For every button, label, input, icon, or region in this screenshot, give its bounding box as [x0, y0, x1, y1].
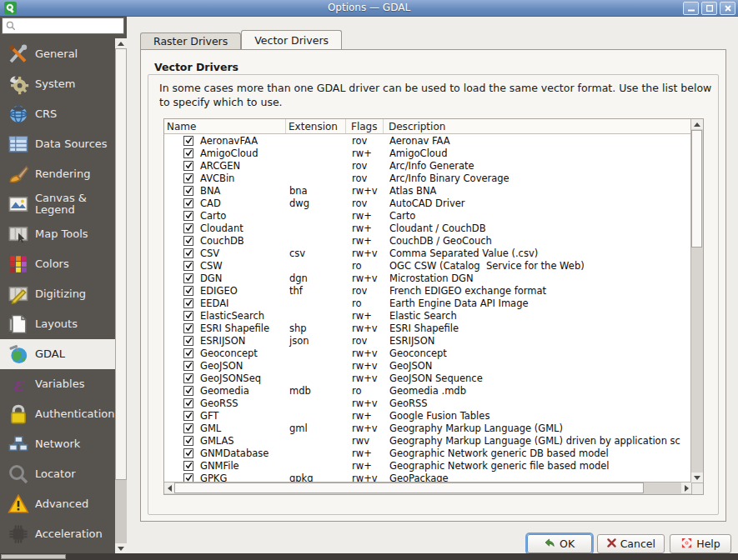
sidebar-item-acceleration[interactable]: Acceleration: [0, 519, 115, 549]
sidebar-item-digitizing[interactable]: Digitizing: [0, 279, 115, 309]
row-checkbox[interactable]: [183, 386, 193, 396]
sidebar-search-box[interactable]: [2, 18, 124, 34]
table-header-name[interactable]: Name: [164, 119, 286, 133]
table-header-description[interactable]: Description: [384, 119, 691, 133]
row-checkbox[interactable]: [183, 211, 193, 221]
tab-raster-drivers[interactable]: Raster Drivers: [140, 32, 241, 49]
minimize-button[interactable]: [683, 2, 699, 15]
sidebar-item-canvas-legend[interactable]: Canvas & Legend: [0, 189, 115, 219]
row-checkbox[interactable]: [183, 448, 193, 458]
row-checkbox[interactable]: [183, 273, 193, 283]
row-checkbox[interactable]: [183, 398, 193, 408]
maximize-button[interactable]: [701, 2, 717, 15]
row-checkbox[interactable]: [183, 248, 193, 258]
row-checkbox[interactable]: [183, 198, 193, 208]
scroll-up-button[interactable]: [691, 119, 703, 129]
scrollbar-thumb[interactable]: [115, 48, 127, 480]
scroll-left-button[interactable]: [164, 482, 174, 493]
row-checkbox[interactable]: [183, 348, 193, 358]
checkmark-icon: [185, 272, 193, 284]
sidebar-item-network[interactable]: Network: [0, 429, 115, 459]
table-row[interactable]: GML gml rw+v Geography Markup Language (…: [164, 422, 691, 434]
sidebar-item-general[interactable]: General: [0, 39, 115, 69]
row-checkbox[interactable]: [183, 161, 193, 171]
row-checkbox[interactable]: [183, 223, 193, 233]
row-checkbox[interactable]: [183, 311, 193, 321]
scroll-up-button[interactable]: [115, 38, 127, 48]
row-checkbox[interactable]: [183, 436, 193, 446]
table-row[interactable]: GFT rw+ Google Fusion Tables: [164, 409, 691, 422]
table-row[interactable]: Geomedia mdb ro Geomedia .mdb: [164, 384, 691, 397]
table-row[interactable]: Carto rw+ Carto: [164, 209, 691, 222]
sidebar-scrollbar[interactable]: [115, 38, 127, 553]
row-checkbox[interactable]: [183, 236, 193, 246]
row-checkbox[interactable]: [183, 286, 193, 296]
row-checkbox[interactable]: [183, 136, 193, 146]
table-row[interactable]: DGN dgn rw+v Microstation DGN: [164, 272, 691, 284]
help-button[interactable]: Help: [670, 534, 731, 553]
sidebar-item-rendering[interactable]: Rendering: [0, 159, 115, 189]
row-checkbox[interactable]: [183, 361, 193, 371]
ok-button[interactable]: OK: [527, 534, 592, 553]
table-row[interactable]: CSV csv rw+v Comma Separated Value (.csv…: [164, 247, 691, 259]
table-row[interactable]: Geoconcept rw+v Geoconcept: [164, 347, 691, 359]
table-row[interactable]: AVCBin rov Arc/Info Binary Coverage: [164, 172, 691, 184]
table-row[interactable]: ESRI Shapefile shp rw+v ESRI Shapefile: [164, 322, 691, 334]
sidebar-horizontal-scrollbar[interactable]: [1, 554, 66, 559]
row-checkbox[interactable]: [183, 323, 193, 333]
table-row[interactable]: AeronavFAA rov Aeronav FAA: [164, 134, 691, 147]
table-row[interactable]: GNMDatabase rw+ Geographic Network gener…: [164, 447, 691, 459]
table-row[interactable]: GeoRSS rw+v GeoRSS: [164, 397, 691, 409]
table-vertical-scrollbar[interactable]: [690, 119, 703, 482]
scrollbar-thumb[interactable]: [174, 482, 644, 493]
table-row[interactable]: CAD dwg rov AutoCAD Driver: [164, 197, 691, 209]
table-header-flags[interactable]: Flags: [346, 119, 384, 133]
close-button[interactable]: [720, 2, 735, 15]
sidebar-item-crs[interactable]: CRS: [0, 99, 115, 129]
row-checkbox[interactable]: [183, 461, 193, 471]
table-row[interactable]: BNA bna rw+v Atlas BNA: [164, 184, 691, 197]
scrollbar-thumb[interactable]: [691, 130, 702, 248]
sidebar-item-data-sources[interactable]: Data Sources: [0, 129, 115, 159]
table-row[interactable]: GeoJSONSeq rw+v GeoJSON Sequence: [164, 372, 691, 384]
table-row[interactable]: GMLAS rwv Geography Markup Language (GML…: [164, 434, 691, 447]
row-checkbox[interactable]: [183, 411, 193, 421]
layouts-page-icon: [7, 312, 30, 336]
scroll-down-button[interactable]: [115, 543, 127, 553]
sidebar-item-map-tools[interactable]: Map Tools: [0, 219, 115, 249]
table-row[interactable]: ElasticSearch rw+ Elastic Search: [164, 309, 691, 322]
table-row[interactable]: ARCGEN rov Arc/Info Generate: [164, 159, 691, 172]
table-row[interactable]: GNMFile rw+ Geographic Network generic f…: [164, 459, 691, 472]
table-row[interactable]: EDIGEO thf rov French EDIGEO exchange fo…: [164, 284, 691, 297]
row-checkbox[interactable]: [183, 336, 193, 346]
table-row[interactable]: GeoJSON rw+v GeoJSON: [164, 359, 691, 372]
table-row[interactable]: EEDAI ro Earth Engine Data API Image: [164, 297, 691, 309]
sidebar-item-system[interactable]: System: [0, 69, 115, 99]
table-header-extension[interactable]: Extension: [286, 119, 346, 133]
sidebar-search-input[interactable]: [18, 20, 123, 32]
sidebar-item-gdal[interactable]: GDAL: [0, 339, 115, 369]
row-checkbox[interactable]: [183, 423, 193, 433]
sidebar-item-authentication[interactable]: Authentication: [0, 399, 115, 429]
table-row[interactable]: CSW ro OGC CSW (Catalog Service for the …: [164, 259, 691, 272]
row-checkbox[interactable]: [183, 373, 193, 383]
cancel-button[interactable]: Cancel: [597, 534, 665, 553]
sidebar-item-variables[interactable]: ε Variables: [0, 369, 115, 399]
sidebar-item-advanced[interactable]: Advanced: [0, 489, 115, 519]
sidebar-item-layouts[interactable]: Layouts: [0, 309, 115, 339]
row-checkbox[interactable]: [183, 261, 193, 271]
row-checkbox[interactable]: [183, 298, 193, 308]
row-checkbox[interactable]: [183, 186, 193, 196]
scroll-right-button[interactable]: [681, 482, 691, 493]
scroll-down-button[interactable]: [691, 472, 703, 482]
table-row[interactable]: ESRIJSON json rov ESRIJSON: [164, 334, 691, 347]
row-checkbox[interactable]: [183, 173, 193, 183]
table-row[interactable]: Cloudant rw+ Cloudant / CouchDB: [164, 222, 691, 234]
sidebar-item-colors[interactable]: Colors: [0, 249, 115, 279]
table-horizontal-scrollbar[interactable]: [164, 482, 691, 494]
row-checkbox[interactable]: [183, 148, 193, 158]
table-row[interactable]: AmigoCloud rw+ AmigoCloud: [164, 147, 691, 159]
table-row[interactable]: CouchDB rw+ CouchDB / GeoCouch: [164, 234, 691, 247]
sidebar-item-locator[interactable]: Locator: [0, 459, 115, 489]
tab-vector-drivers[interactable]: Vector Drivers: [241, 30, 342, 49]
